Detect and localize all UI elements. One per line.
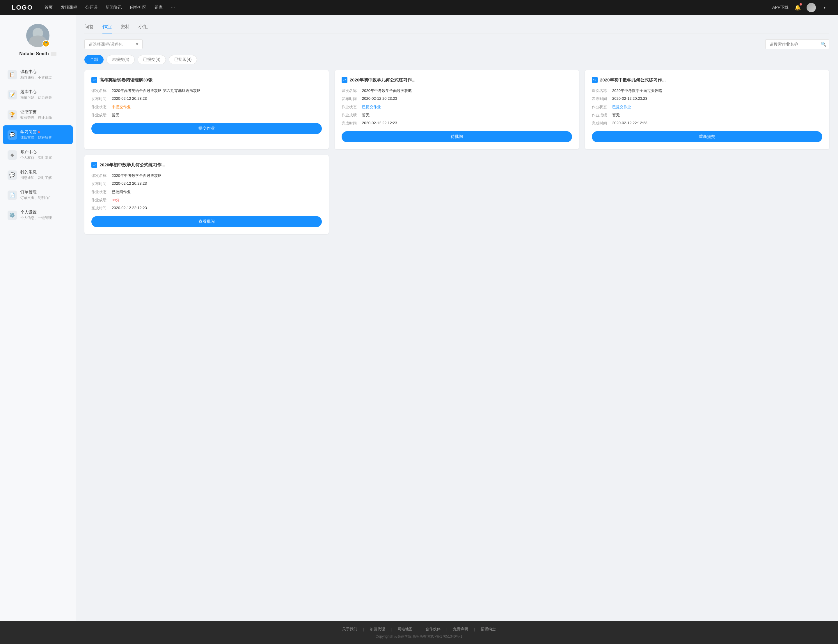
bell-badge [800, 3, 802, 5]
card-btn-2[interactable]: 待批阅 [342, 131, 572, 142]
footer-franchise[interactable]: 加盟代理 [370, 626, 385, 632]
card-btn-4[interactable]: 查看批阅 [91, 216, 322, 227]
nav-more[interactable]: ··· [171, 5, 175, 11]
footer-jobs[interactable]: 招贤纳士 [481, 626, 496, 632]
sidebar-item-courses[interactable]: 📋 课程中心 精彩课程、不容错过 [3, 65, 73, 84]
sidebar-item-account[interactable]: ◆ 账户中心 个人权益、实时掌握 [3, 145, 73, 164]
sidebar-item-certificate[interactable]: 🏆 证书荣誉 收获荣誉、持证上岗 [3, 105, 73, 124]
value-status-1: 未提交作业 [112, 104, 322, 110]
courses-subtitle: 精彩课程、不容错过 [20, 75, 68, 80]
avatar-image [807, 3, 816, 12]
footer-sitemap[interactable]: 网站地图 [398, 626, 412, 632]
label-score-1: 作业成绩 [91, 113, 112, 118]
qa-subtitle: 课后重温、疑难解答 [20, 135, 68, 140]
label-course-4: 课次名称 [91, 173, 112, 178]
tab-group[interactable]: 小组 [138, 24, 148, 33]
status-btn-all[interactable]: 全部 [84, 55, 104, 64]
messages-title: 我的消息 [20, 169, 68, 175]
label-complete-4: 完成时间 [91, 205, 112, 211]
sidebar: 🥇 Natalie Smith 📋 课程中心 精彩课程、不容错过 📝 题库中心 … [0, 15, 76, 621]
sidebar-item-question-bank[interactable]: 📝 题库中心 海量习题、助力通关 [3, 85, 73, 104]
card-btn-3[interactable]: 重新提交 [592, 131, 822, 142]
status-btn-submitted[interactable]: 已提交(4) [138, 55, 166, 64]
filter-row: 请选择课程/课程包 ▼ 🔍 [84, 39, 829, 49]
certificate-title: 证书荣誉 [20, 109, 68, 115]
footer-links: 关于我们 | 加盟代理 | 网站地图 | 合作伙伴 | 免费声明 | 招贤纳士 [12, 626, 826, 632]
course-select-wrap: 请选择课程/课程包 ▼ [84, 39, 143, 49]
sidebar-item-settings[interactable]: ⚙️ 个人设置 个人信息、一键管理 [3, 205, 73, 225]
value-complete-4: 2020-02-12 22:12:23 [112, 205, 322, 210]
sidebar-item-orders[interactable]: 📄 订单管理 订单支出、明明白白 [3, 186, 73, 204]
card-title-2: 2020年初中数学几何公式练习作... [350, 77, 416, 83]
course-select[interactable]: 请选择课程/课程包 [84, 39, 143, 49]
qa-red-dot [38, 131, 40, 133]
certificate-icon: 🏆 [8, 110, 17, 120]
orders-title: 订单管理 [20, 190, 68, 195]
assignment-card-4: 🛡 2020年初中数学几何公式练习作... 课次名称 2020年中考数学全面过关… [84, 155, 329, 234]
label-score-2: 作业成绩 [342, 113, 362, 118]
settings-icon: ⚙️ [8, 210, 17, 220]
sidebar-item-qa[interactable]: 💬 学习问答 课后重温、疑难解答 [3, 125, 73, 144]
footer-copyright: Copyright© 云朵商学院 版权所有 京ICP备17051340号-1 [12, 634, 826, 639]
bell-icon: 🔔 [794, 5, 801, 10]
question-bank-subtitle: 海量习题、助力通关 [20, 95, 68, 100]
footer-about[interactable]: 关于我们 [342, 626, 357, 632]
account-title: 账户中心 [20, 150, 68, 155]
nav-qa[interactable]: 问答社区 [130, 5, 146, 10]
qa-title: 学习问答 [20, 130, 68, 135]
label-status-3: 作业状态 [592, 104, 612, 110]
tab-qa[interactable]: 问答 [84, 24, 94, 33]
value-score-2: 暂无 [362, 113, 572, 118]
value-course-1: 2020年高考英语全面过关攻略-第六期零基础语法攻略 [112, 88, 322, 94]
value-course-2: 2020年中考数学全面过关攻略 [362, 88, 572, 94]
status-btn-reviewed[interactable]: 已批阅(4) [169, 55, 197, 64]
nav-news[interactable]: 新闻资讯 [106, 5, 122, 10]
card-btn-1[interactable]: 提交作业 [91, 123, 322, 134]
messages-subtitle: 消息通知、及时了解 [20, 176, 68, 180]
avatar-caret[interactable]: ▼ [823, 5, 826, 10]
card-title-4: 2020年初中数学几何公式练习作... [100, 162, 165, 168]
label-status-4: 作业状态 [91, 189, 112, 195]
nav-question-bank[interactable]: 题库 [154, 5, 163, 10]
nav-home[interactable]: 首页 [44, 5, 53, 10]
orders-icon: 📄 [8, 191, 17, 200]
question-bank-icon: 📝 [8, 90, 17, 100]
account-icon: ◆ [8, 150, 17, 160]
card-shield-2: 🛡 [342, 77, 347, 83]
label-status-1: 作业状态 [91, 104, 112, 110]
footer-disclaimer[interactable]: 免费声明 [453, 626, 468, 632]
value-publish-4: 2020-02-12 20:23:23 [112, 181, 322, 186]
avatar[interactable] [807, 3, 816, 12]
label-publish-4: 发布时间 [91, 181, 112, 186]
label-score-4: 作业成绩 [91, 197, 112, 203]
value-score-1: 暂无 [112, 113, 322, 118]
search-input[interactable] [765, 39, 829, 49]
courses-title: 课程中心 [20, 69, 68, 74]
label-status-2: 作业状态 [342, 104, 362, 110]
label-publish-2: 发布时间 [342, 96, 362, 102]
assignment-card-3: 🛡 2020年初中数学几何公式练习作... 课次名称 2020年中考数学全面过关… [585, 70, 829, 149]
profile-name: Natalie Smith [19, 51, 56, 56]
navbar-right: APP下载 🔔 ▼ [772, 3, 826, 12]
courses-icon: 📋 [8, 70, 17, 79]
status-btn-not-submitted[interactable]: 未提交(4) [107, 55, 135, 64]
value-status-3: 已提交作业 [612, 104, 822, 110]
app-download[interactable]: APP下载 [772, 5, 789, 10]
sidebar-profile: 🥇 Natalie Smith [0, 24, 76, 65]
value-publish-2: 2020-02-12 20:23:23 [362, 96, 572, 101]
nav-open-course[interactable]: 公开课 [85, 5, 97, 10]
label-score-3: 作业成绩 [592, 113, 612, 118]
sidebar-item-messages[interactable]: 💬 我的消息 消息通知、及时了解 [3, 166, 73, 184]
account-subtitle: 个人权益、实时掌握 [20, 155, 68, 160]
nav-courses[interactable]: 发现课程 [61, 5, 77, 10]
footer-partners[interactable]: 合作伙伴 [426, 626, 440, 632]
navbar: LOGO 首页 发现课程 公开课 新闻资讯 问答社区 题库 ··· APP下载 … [0, 0, 838, 15]
notification-bell[interactable]: 🔔 [794, 4, 801, 11]
value-status-2: 已提交作业 [362, 104, 572, 110]
profile-name-icon [51, 52, 56, 56]
tab-materials[interactable]: 资料 [120, 24, 130, 33]
cards-grid: 🛡 高考英语试卷阅读理解30张 课次名称 2020年高考英语全面过关攻略-第六期… [84, 70, 829, 234]
tab-homework[interactable]: 作业 [102, 24, 112, 33]
search-box: 🔍 [765, 39, 829, 49]
page-layout: 🥇 Natalie Smith 📋 课程中心 精彩课程、不容错过 📝 题库中心 … [0, 15, 838, 621]
